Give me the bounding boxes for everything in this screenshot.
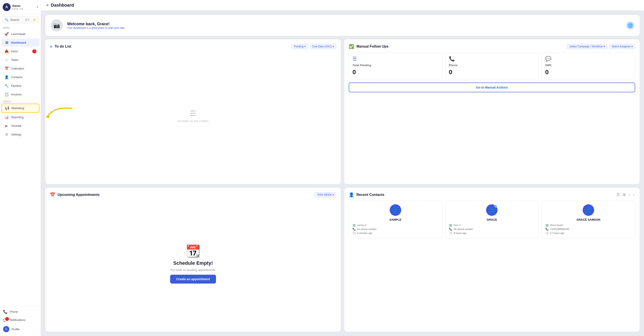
sidebar-item-dashboard[interactable]: ⊞ Dashboard bbox=[1, 38, 40, 47]
sidebar-item-label: Launchpad bbox=[11, 32, 25, 36]
sidebar-item-invoices[interactable]: 📋 Invoices bbox=[1, 90, 40, 98]
assignee-filter[interactable]: Select Assignee ▾ bbox=[609, 44, 635, 49]
contact-avatar-grace-samson: 👤 bbox=[583, 204, 594, 216]
contact-phone-sample: 📞 No phone number bbox=[352, 228, 438, 231]
search-label: Search bbox=[10, 18, 22, 21]
sidebar-item-marketing[interactable]: 📢 Marketing bbox=[1, 104, 40, 113]
total-pending-label: Total Pending bbox=[352, 63, 439, 67]
contacts-grid: 👤 SAMPLE 🏢 survey 0 📞 No phone number bbox=[349, 201, 635, 238]
sidebar-item-phone[interactable]: 📞 Phone bbox=[0, 308, 41, 316]
tools-section-label: Tools bbox=[0, 99, 41, 103]
main-grid: ≡ To do List Pending ▾ Due Date (ASC) ▾ bbox=[46, 39, 640, 332]
todo-icon: ≡ bbox=[50, 44, 52, 49]
empty-todo-icon: ☰ bbox=[190, 109, 196, 117]
stat-phone: 📞 Phone 0 bbox=[445, 52, 539, 79]
followup-stats: ☰ Total Pending 0 📞 Phone 0 💬 SMS 0 bbox=[349, 52, 635, 79]
phone-value: 0 bbox=[449, 69, 535, 76]
due-date-filter[interactable]: Due Date (ASC) ▾ bbox=[310, 44, 336, 49]
contact-info-sample: 🏢 survey 0 📞 No phone number 🕐 4 minutes… bbox=[352, 224, 438, 235]
launchpad-icon: 🚀 bbox=[4, 32, 9, 36]
chevron-down-icon: ▾ bbox=[604, 45, 605, 48]
search-icon: 🔍 bbox=[5, 18, 8, 21]
sms-value: 0 bbox=[545, 69, 631, 76]
apps-section-label: Apps bbox=[0, 25, 41, 30]
clock-icon: 🕐 bbox=[352, 232, 356, 235]
total-pending-value: 0 bbox=[352, 69, 439, 76]
sidebar-item-reporting[interactable]: 📊 Reporting bbox=[1, 113, 40, 121]
appointments-icon: 📅 bbox=[50, 192, 56, 197]
manual-followups-card: ✅ Manual Follow Ups Select Campaign / Wo… bbox=[344, 39, 640, 184]
sidebar-item-label: Invoices bbox=[11, 93, 22, 96]
sidebar: A Demo Irvine, CA ▾ 🔍 Search ⌘ K ⚡ Apps … bbox=[0, 0, 41, 336]
appointments-header: 📅 Upcoming Appointments THIS WEEK ▾ bbox=[50, 192, 336, 197]
schedule-empty-title: Schedule Empty! bbox=[173, 260, 213, 266]
sidebar-item-label: Reporting bbox=[11, 116, 24, 119]
welcome-banner: 📷 Welcome back, Grace! Your dashboard is… bbox=[46, 15, 640, 36]
settings-icon: ⚙ bbox=[4, 132, 9, 137]
contact-card-grace[interactable]: 👤 GRACE 🏢 form 2 📞 No phone number bbox=[445, 201, 539, 238]
pending-filter[interactable]: Pending ▾ bbox=[291, 44, 308, 49]
contact-phone-grace: 📞 No phone number bbox=[449, 228, 535, 231]
appointments-title: Upcoming Appointments bbox=[58, 193, 100, 197]
sidebar-item-youtube[interactable]: ▶ Youtube bbox=[1, 122, 40, 130]
phone-icon: 📞 bbox=[3, 310, 8, 314]
todo-header: ≡ To do List Pending ▾ Due Date (ASC) ▾ bbox=[50, 44, 336, 49]
profile-avatar: G bbox=[3, 326, 9, 332]
sidebar-header[interactable]: A Demo Irvine, CA ▾ bbox=[0, 0, 41, 14]
sidebar-item-label: Settings bbox=[11, 133, 22, 136]
contact-info-grace-samson: 🏢 None found 📞 +6391089965345 🕐 17 hours… bbox=[546, 224, 631, 235]
sidebar-item-notifications[interactable]: 💬 1 Notifications bbox=[0, 316, 41, 324]
sms-label: SMS bbox=[545, 63, 631, 67]
contact-time-grace-samson: 🕐 17 hours ago bbox=[546, 232, 631, 235]
hamburger-icon[interactable]: ≡ bbox=[46, 3, 49, 7]
sidebar-item-calendars[interactable]: 📅 Calendars bbox=[1, 64, 40, 73]
campaign-filter[interactable]: Select Campaign / Workflow ▾ bbox=[567, 44, 608, 49]
grid-view-icon[interactable]: ⊞ bbox=[622, 192, 626, 197]
contact-name-grace: GRACE bbox=[487, 218, 497, 221]
source-icon: 🏢 bbox=[352, 224, 356, 227]
account-info: Demo Irvine, CA bbox=[12, 4, 35, 10]
todo-card: ≡ To do List Pending ▾ Due Date (ASC) ▾ bbox=[46, 39, 341, 184]
account-name: Demo bbox=[12, 4, 35, 7]
search-bar[interactable]: 🔍 Search ⌘ K ⚡ bbox=[2, 16, 38, 23]
sidebar-item-tasks[interactable]: ✓ Tasks bbox=[1, 56, 40, 64]
sidebar-item-inbox[interactable]: 📥 Inbox 0 bbox=[1, 47, 40, 55]
sidebar-item-profile[interactable]: G Profile bbox=[0, 324, 41, 334]
account-location: Irvine, CA bbox=[12, 7, 35, 10]
sidebar-bottom: 📞 Phone 💬 1 Notifications G Profile bbox=[0, 306, 41, 336]
main-content: ≡ Dashboard 📷 Welcome back, Grace! Your … bbox=[41, 0, 644, 336]
contact-card-grace-samson[interactable]: 👤 GRACE SAMSON 🏢 None found 📞 +639108996… bbox=[542, 201, 635, 238]
next-icon[interactable]: › bbox=[632, 192, 635, 197]
prev-icon[interactable]: ‹ bbox=[628, 192, 631, 197]
phone-label: Phone bbox=[449, 63, 535, 67]
sidebar-item-label: Profile bbox=[12, 328, 20, 331]
todo-empty-text: No tasks for this contact bbox=[178, 119, 208, 123]
sidebar-item-label: Dashboard bbox=[11, 41, 26, 44]
avatar: A bbox=[3, 3, 11, 11]
sidebar-item-settings[interactable]: ⚙ Settings bbox=[1, 130, 40, 139]
list-view-icon[interactable]: ☰ bbox=[616, 192, 620, 197]
phone-row-icon: 📞 bbox=[352, 228, 356, 231]
go-to-manual-actions-button[interactable]: Go to Manual Actions bbox=[349, 82, 635, 92]
sidebar-item-contacts[interactable]: 👤 Contacts bbox=[1, 73, 40, 81]
this-week-filter[interactable]: THIS WEEK ▾ bbox=[314, 192, 336, 197]
sidebar-item-pipeline[interactable]: 🔧 Pipeline bbox=[1, 82, 40, 90]
followups-icon: ✅ bbox=[349, 44, 354, 49]
contact-name-sample: SAMPLE bbox=[390, 218, 402, 221]
phone-row-icon: 📞 bbox=[449, 228, 452, 231]
chevron-down-icon: ▾ bbox=[332, 193, 334, 196]
contacts-icon: 👤 bbox=[4, 75, 9, 79]
dashboard-icon: ⊞ bbox=[4, 40, 9, 45]
sidebar-item-launchpad[interactable]: 🚀 Launchpad bbox=[1, 30, 40, 38]
tasks-icon: ✓ bbox=[4, 58, 9, 62]
sidebar-item-label: Calendars bbox=[11, 67, 24, 70]
reporting-icon: 📊 bbox=[4, 115, 9, 119]
sidebar-item-label: Pipeline bbox=[11, 84, 21, 87]
contact-card-sample[interactable]: 👤 SAMPLE 🏢 survey 0 📞 No phone number bbox=[349, 201, 442, 238]
schedule-calendar-icon: 📆 bbox=[186, 244, 200, 258]
recent-contacts-header: 👤 Recent Contacts ☰ ⊞ ‹ › bbox=[349, 192, 635, 197]
page-title: Dashboard bbox=[51, 3, 74, 8]
sidebar-item-label: Inbox bbox=[11, 49, 18, 53]
create-appointment-button[interactable]: Create an appointment bbox=[170, 275, 216, 284]
todo-title: To do List bbox=[55, 44, 71, 48]
